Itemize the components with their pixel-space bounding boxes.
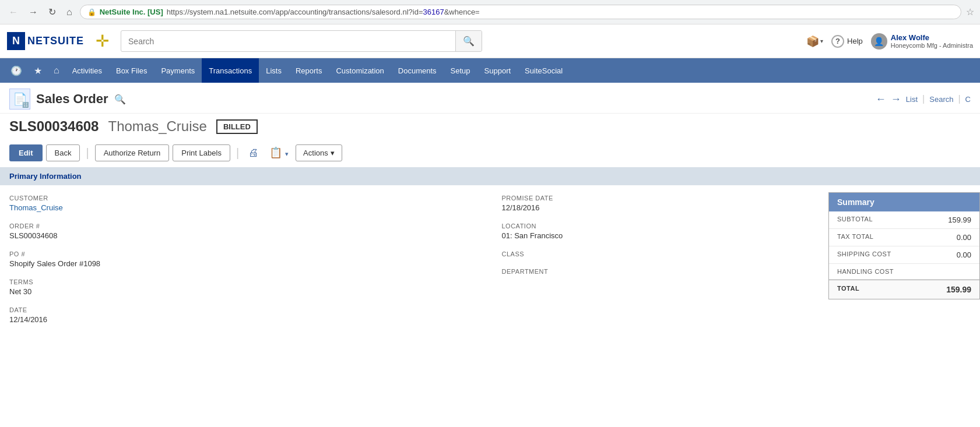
page-header: 📄 🔢 Sales Order 🔍 ← → List | Search | C: [0, 83, 980, 114]
customer-label: CUSTOMER: [9, 195, 479, 202]
terms-label: TERMS: [9, 278, 479, 285]
search-input[interactable]: [121, 32, 455, 51]
summary-panel: Summary SUBTOTAL 159.99 TAX TOTAL 0.00 S…: [828, 192, 980, 299]
user-menu-btn[interactable]: 👤 Alex Wolfe Honeycomb Mfg - Administra: [871, 33, 973, 50]
copy-icon-btn[interactable]: 📋 ▾: [266, 144, 292, 161]
ns-header: N NETSUITE ✛ 🔍 📦▾ ? Help 👤 Alex Wolfe Ho…: [0, 24, 980, 58]
summary-header: Summary: [829, 193, 979, 211]
record-id: SLS00034608: [9, 118, 99, 135]
total-label: TOTAL: [837, 285, 859, 294]
customer-value[interactable]: Thomas_Cruise: [9, 203, 479, 212]
user-name: Alex Wolfe: [891, 33, 973, 42]
sidebar-item-box-files[interactable]: Box Files: [109, 58, 154, 83]
copy-icon: 📋: [269, 147, 282, 158]
order-label: ORDER #: [9, 223, 479, 230]
page-title-area: 📄 🔢 Sales Order 🔍: [9, 89, 126, 110]
page-title: Sales Order: [36, 91, 108, 107]
user-company: Honeycomb Mfg - Administra: [891, 42, 973, 49]
browser-forward-btn[interactable]: →: [26, 6, 41, 19]
help-btn[interactable]: ? Help: [831, 35, 863, 48]
po-label: PO #: [9, 250, 479, 257]
section-header-primary: Primary Information: [0, 167, 980, 185]
ns-header-right: 📦▾ ? Help 👤 Alex Wolfe Honeycomb Mfg - A…: [806, 33, 973, 50]
status-badge: BILLED: [216, 119, 258, 134]
page-search-icon[interactable]: 🔍: [114, 94, 126, 105]
field-customer: CUSTOMER Thomas_Cruise: [9, 195, 479, 212]
date-label: DATE: [9, 306, 479, 313]
avatar: 👤: [871, 33, 887, 50]
url-prefix: https://system.na1.netsuite.com/app/acco…: [167, 8, 423, 16]
sidebar-item-reports[interactable]: Reports: [289, 58, 329, 83]
browser-home-btn[interactable]: ⌂: [64, 6, 75, 19]
po-value: Shopify Sales Order #1098: [9, 259, 479, 268]
sidebar-item-suitesocial[interactable]: SuiteSocial: [518, 58, 570, 83]
summary-total-row: TOTAL 159.99: [829, 280, 979, 299]
sidebar-item-payments[interactable]: Payments: [154, 58, 202, 83]
page-icon: 📄 🔢: [9, 89, 30, 110]
nav-list-btn[interactable]: List: [906, 95, 918, 104]
logo-n: N: [7, 32, 25, 50]
nav-search-btn[interactable]: Search: [929, 95, 953, 104]
order-value: SLS00034608: [9, 231, 479, 240]
subtotal-label: SUBTOTAL: [837, 216, 873, 224]
help-icon: ?: [831, 35, 844, 48]
summary-handling-row: HANDLING COST: [829, 264, 979, 280]
page-header-nav: ← → List | Search | C: [876, 93, 971, 105]
sidebar-item-documents[interactable]: Documents: [391, 58, 444, 83]
secure-icon: 🔒: [87, 8, 96, 16]
sidebar-item-transactions[interactable]: Transactions: [202, 58, 259, 83]
actions-arrow-icon: ▾: [331, 149, 335, 157]
summary-subtotal-row: SUBTOTAL 159.99: [829, 211, 979, 229]
authorize-return-button[interactable]: Authorize Return: [95, 144, 170, 161]
ns-logo: N NETSUITE: [7, 32, 84, 50]
subtotal-value: 159.99: [948, 216, 971, 224]
action-bar: Edit Back | Authorize Return Print Label…: [0, 140, 980, 167]
sidebar-item-activities[interactable]: Activities: [65, 58, 109, 83]
record-header: SLS00034608 Thomas_Cruise BILLED: [0, 114, 980, 140]
copy-dropdown-arrow: ▾: [285, 150, 289, 157]
actions-dropdown-btn[interactable]: Actions ▾: [296, 144, 342, 161]
site-name: NetSuite Inc. [US]: [100, 8, 163, 16]
ns-search-bar[interactable]: 🔍: [121, 30, 482, 52]
total-value: 159.99: [946, 285, 971, 294]
search-button[interactable]: 🔍: [455, 31, 482, 51]
back-button[interactable]: Back: [46, 144, 80, 161]
nav-c-btn[interactable]: C: [965, 95, 971, 104]
sidebar-item-setup[interactable]: Setup: [444, 58, 477, 83]
print-labels-button[interactable]: Print Labels: [173, 144, 230, 161]
nav-favorites-btn[interactable]: ★: [28, 61, 48, 81]
nav-home-btn[interactable]: ⌂: [48, 61, 65, 80]
browser-bar: ← → ↻ ⌂ 🔒 NetSuite Inc. [US] https://sys…: [0, 0, 980, 24]
handling-cost-label: HANDLING COST: [837, 268, 894, 275]
browser-back-btn[interactable]: ←: [6, 6, 21, 19]
tax-total-value: 0.00: [957, 233, 971, 242]
browser-star-btn[interactable]: ☆: [966, 6, 974, 17]
action-separator-2: |: [236, 146, 239, 160]
print-icon-btn[interactable]: 🖨: [245, 144, 262, 161]
record-name: Thomas_Cruise: [108, 118, 206, 135]
notifications-btn[interactable]: 📦▾: [806, 35, 823, 48]
nav-separator-2: |: [958, 94, 960, 104]
browser-url-bar[interactable]: 🔒 NetSuite Inc. [US] https://system.na1.…: [80, 5, 961, 19]
action-separator-1: |: [86, 146, 89, 160]
nav-back-arrow[interactable]: ←: [876, 93, 886, 105]
sidebar-item-lists[interactable]: Lists: [259, 58, 289, 83]
summary-shipping-row: SHIPPING COST 0.00: [829, 246, 979, 264]
user-info: Alex Wolfe Honeycomb Mfg - Administra: [891, 33, 973, 49]
sidebar-item-customization[interactable]: Customization: [329, 58, 391, 83]
nav-history-btn[interactable]: 🕐: [5, 61, 28, 81]
nav-forward-arrow[interactable]: →: [891, 93, 901, 105]
shipping-cost-label: SHIPPING COST: [837, 250, 891, 259]
summary-tax-row: TAX TOTAL 0.00: [829, 229, 979, 246]
date-value: 12/14/2016: [9, 315, 479, 324]
field-po: PO # Shopify Sales Order #1098: [9, 250, 479, 268]
field-terms: TERMS Net 30: [9, 278, 479, 296]
calc-icon: 🔢: [22, 102, 29, 108]
shipping-cost-value: 0.00: [957, 250, 971, 259]
terms-value: Net 30: [9, 287, 479, 296]
url-text: https://system.na1.netsuite.com/app/acco…: [167, 8, 954, 16]
edit-button[interactable]: Edit: [9, 144, 43, 161]
url-highlight: 36167: [423, 8, 444, 16]
browser-refresh-btn[interactable]: ↻: [45, 5, 59, 19]
sidebar-item-support[interactable]: Support: [477, 58, 518, 83]
